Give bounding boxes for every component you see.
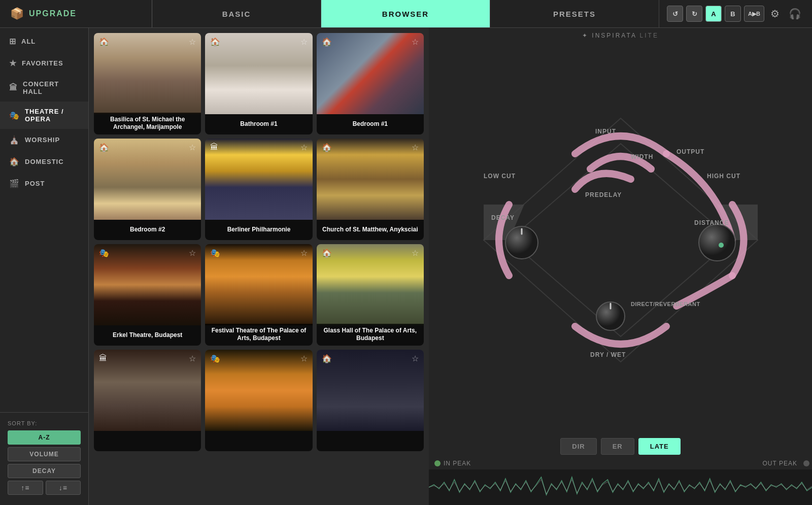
redo-button[interactable]: ↻ <box>686 6 702 22</box>
inspirata-title: ✦ INSPIRATA LITE <box>429 28 812 42</box>
out-peak-dot <box>803 460 809 466</box>
svg-text:DISTANCE: DISTANCE <box>694 219 729 226</box>
favorites-icon: ★ <box>9 58 17 68</box>
bathroom-type-icon: 🏠 <box>210 37 220 47</box>
reverb-visualizer: LOW CUT HIGH CUT INPUT OUTPUT WIDTH DECA… <box>429 42 812 438</box>
sidebar-label-domestic: DOMESTIC <box>25 158 64 165</box>
grid-item-church-st-matthew[interactable]: 🏠 ☆ Church of St. Matthew, Anyksciai <box>317 139 424 240</box>
bottom2-star[interactable]: ☆ <box>300 354 308 363</box>
sidebar-item-all[interactable]: ⊞ ALL <box>0 30 88 52</box>
sidebar-label-worship: WORSHIP <box>25 136 60 144</box>
response-buttons: DIR ER LATE <box>429 438 812 455</box>
svg-point-6 <box>699 224 735 261</box>
church-st-star[interactable]: ☆ <box>412 143 419 152</box>
grid-item-bottom2[interactable]: 🎭 ☆ <box>205 350 312 451</box>
grid-item-bottom1[interactable]: 🏛 ☆ <box>94 350 201 451</box>
bedroom2-label: Bedroom #2 <box>94 220 201 240</box>
waveform-svg <box>429 469 812 505</box>
grid-item-basilica[interactable]: 🏠 ☆ Basilica of St. Michael the Archange… <box>94 33 201 134</box>
bottom3-label <box>317 431 424 451</box>
sidebar-label-concert-hall: CONCERT HALL <box>23 80 81 95</box>
sort-direction-row: ↑≡ ↓≡ <box>8 481 81 497</box>
sort-asc-button[interactable]: ↑≡ <box>8 481 43 495</box>
grid-item-bedroom1[interactable]: 🏠 ☆ Bedroom #1 <box>317 33 424 134</box>
grid-item-bottom3[interactable]: 🏠 ☆ <box>317 350 424 451</box>
b-button[interactable]: B <box>725 6 741 22</box>
grid-item-erkel[interactable]: 🎭 ☆ Erkel Theatre, Budapest <box>94 244 201 346</box>
grid-item-berliner[interactable]: 🏛 ☆ Berliner Philharmonie <box>205 139 312 240</box>
bedroom2-star[interactable]: ☆ <box>189 143 196 152</box>
glass-hall-type-icon: 🏠 <box>322 248 332 258</box>
svg-text:INPUT: INPUT <box>595 128 616 135</box>
a-button[interactable]: A <box>705 6 722 22</box>
in-peak-label: IN PEAK <box>444 460 471 467</box>
basilica-type-icon: 🏠 <box>99 37 109 47</box>
bottom3-star[interactable]: ☆ <box>412 354 419 363</box>
sidebar-item-theatre-opera[interactable]: 🎭 THEATRE / OPERA <box>0 102 88 129</box>
grid-item-bedroom2[interactable]: 🏠 ☆ Bedroom #2 <box>94 139 201 240</box>
headphone-button[interactable]: 🎧 <box>786 8 804 20</box>
out-peak-label: OUT PEAK <box>763 460 797 467</box>
nav-controls: ↺ ↻ A B A▶B ⚙ 🎧 <box>659 0 812 27</box>
sort-desc-button[interactable]: ↓≡ <box>46 481 81 495</box>
svg-text:DIRECT/REVERBERANT: DIRECT/REVERBERANT <box>631 301 700 307</box>
grid-item-festival[interactable]: 🎭 ☆ Festival Theatre of The Palace of Ar… <box>205 244 312 346</box>
left-sidebar: ⊞ ALL ★ FAVORITES 🏛 CONCERT HALL 🎭 THEAT… <box>0 28 89 505</box>
bedroom1-type-icon: 🏠 <box>322 37 332 47</box>
sidebar-item-domestic[interactable]: 🏠 DOMESTIC <box>0 151 88 173</box>
erkel-label: Erkel Theatre, Budapest <box>94 325 201 346</box>
tab-presets[interactable]: PRESETS <box>490 0 659 27</box>
church-st-type-icon: 🏠 <box>322 143 332 152</box>
concert-hall-icon: 🏛 <box>9 83 18 92</box>
tab-browser[interactable]: BROWSER <box>321 0 490 27</box>
sort-section: SORT BY: A-Z VOLUME DECAY ↑≡ ↓≡ <box>0 412 88 505</box>
bedroom1-star[interactable]: ☆ <box>412 37 419 47</box>
glass-hall-label: Glass Hall of The Palace of Arts, Budape… <box>317 324 424 346</box>
domestic-icon: 🏠 <box>9 157 20 166</box>
sidebar-item-favorites[interactable]: ★ FAVORITES <box>0 52 88 74</box>
basilica-star[interactable]: ☆ <box>189 37 196 47</box>
sort-az-button[interactable]: A-Z <box>8 430 81 445</box>
upgrade-section[interactable]: 📦 UPGRADE <box>0 0 152 27</box>
sidebar-item-post[interactable]: 🎬 POST <box>0 173 88 194</box>
settings-button[interactable]: ⚙ <box>767 8 783 20</box>
top-navigation: 📦 UPGRADE BASIC BROWSER PRESETS ↺ ↻ A B … <box>0 0 812 28</box>
berliner-star[interactable]: ☆ <box>300 143 308 152</box>
sidebar-label-theatre: THEATRE / OPERA <box>25 108 81 123</box>
ab-button[interactable]: A▶B <box>744 6 764 22</box>
bathroom-star[interactable]: ☆ <box>300 37 308 47</box>
berliner-type-icon: 🏛 <box>210 143 218 152</box>
all-icon: ⊞ <box>9 37 16 46</box>
in-peak-dot <box>434 460 441 466</box>
svg-text:DECAY: DECAY <box>491 214 515 221</box>
church-st-label: Church of St. Matthew, Anyksciai <box>317 220 424 240</box>
glass-hall-star[interactable]: ☆ <box>412 248 419 258</box>
grid-item-glass-hall[interactable]: 🏠 ☆ Glass Hall of The Palace of Arts, Bu… <box>317 244 424 346</box>
svg-text:HIGH CUT: HIGH CUT <box>707 173 740 180</box>
berliner-label: Berliner Philharmonie <box>205 220 312 240</box>
sort-decay-button[interactable]: DECAY <box>8 464 81 478</box>
bottom1-type-icon: 🏛 <box>99 354 107 363</box>
festival-star[interactable]: ☆ <box>300 248 308 258</box>
bedroom1-label: Bedroom #1 <box>317 114 424 134</box>
svg-point-7 <box>719 243 724 248</box>
basilica-label: Basilica of St. Michael the Archangel, M… <box>94 113 201 134</box>
late-button[interactable]: LATE <box>638 438 681 455</box>
sidebar-label-post: POST <box>25 180 45 187</box>
grid-item-bathroom[interactable]: 🏠 ☆ Bathroom #1 <box>205 33 312 134</box>
erkel-star[interactable]: ☆ <box>189 248 196 258</box>
dir-button[interactable]: DIR <box>560 438 596 455</box>
bottom1-star[interactable]: ☆ <box>189 354 196 363</box>
tab-basic[interactable]: BASIC <box>152 0 321 27</box>
sidebar-item-worship[interactable]: ⛪ WORSHIP <box>0 129 88 151</box>
bottom3-type-icon: 🏠 <box>322 354 332 363</box>
er-button[interactable]: ER <box>601 438 634 455</box>
reverb-panel: ✦ INSPIRATA LITE <box>429 28 812 505</box>
bottom2-type-icon: 🎭 <box>210 354 220 363</box>
reverb-svg: LOW CUT HIGH CUT INPUT OUTPUT WIDTH DECA… <box>473 103 768 377</box>
worship-icon: ⛪ <box>9 135 20 145</box>
bedroom2-type-icon: 🏠 <box>99 143 109 152</box>
undo-button[interactable]: ↺ <box>667 6 683 22</box>
sort-volume-button[interactable]: VOLUME <box>8 447 81 461</box>
sidebar-item-concert-hall[interactable]: 🏛 CONCERT HALL <box>0 74 88 102</box>
